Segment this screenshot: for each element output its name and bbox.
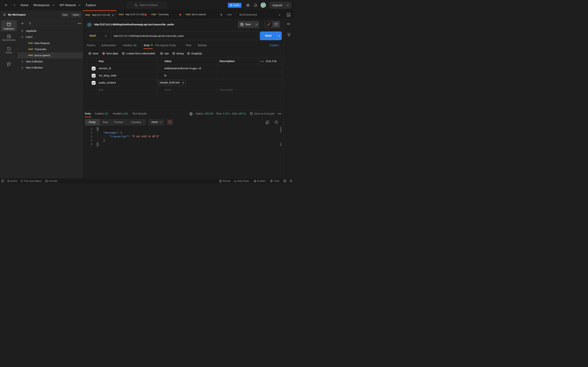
svg-text:HTTP: HTTP bbox=[87, 24, 92, 25]
